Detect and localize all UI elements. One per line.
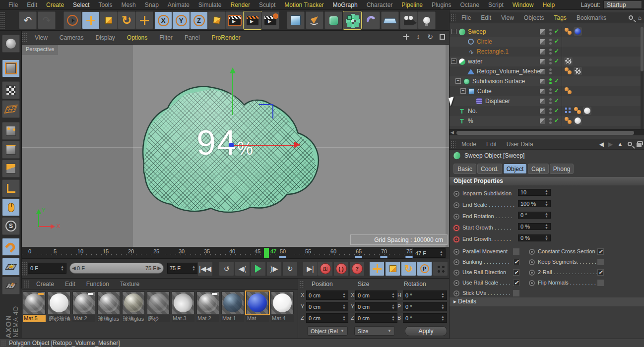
viewport-menu-grip[interactable] [22,33,27,43]
material-glass-b[interactable]: 玻璃glas [122,291,145,322]
current-frame-field[interactable]: 47 F▲▼ [413,248,446,258]
material-thumbnail[interactable] [246,291,269,314]
material-mat3[interactable]: Mat.3 [172,291,194,322]
viewport-pan-icon[interactable] [402,33,410,41]
material-menu-create[interactable]: Create [31,281,60,288]
banking-checkbox[interactable]: ✓ [513,259,519,265]
texture-tag-checker[interactable] [574,67,582,75]
material-thumbnail[interactable] [172,291,194,314]
om-menu-view[interactable]: View [496,14,519,21]
next-frame-button[interactable]: )▶ [266,261,282,276]
goto-end-button[interactable]: ▶| [303,261,318,276]
gizmo-y-axis[interactable] [232,72,233,115]
menu-motion-tracker[interactable]: Motion Tracker [280,1,328,8]
gizmo-y-arrowhead[interactable] [230,67,236,73]
keyframe-dot[interactable] [453,280,459,286]
om-menu-edit[interactable]: Edit [476,14,496,21]
layer-icon[interactable] [540,118,545,124]
tab-coord[interactable]: Coord. [477,164,502,174]
material-thumbnail[interactable] [72,291,95,314]
light-button[interactable] [418,11,436,29]
record-rotation-button[interactable]: ↻ [401,261,416,276]
range-start-field[interactable]: 0 F▲▼ [28,263,66,274]
point-level-animation-button[interactable] [433,261,448,276]
history-forward-icon[interactable]: ▶ [608,141,613,148]
use-rail-direction-checkbox[interactable]: ✓ [513,269,519,276]
end-rotation-field[interactable]: 0 °▲▼ [518,212,551,219]
tree-row-retopo[interactable]: Retopo_Volume_Mesher [450,66,641,76]
position-x-field[interactable]: 0 cm▲▼ [306,290,348,300]
object-manager-vscrollbar[interactable] [641,27,644,129]
perspective-viewport[interactable]: 94% Y X Perspective Grid Spacing : 10000… [22,45,449,247]
enabled-check-icon[interactable]: ✓ [554,28,559,35]
keep-segments-checkbox[interactable] [597,259,604,265]
object-name[interactable]: Circle [477,38,492,45]
material-thumbnail[interactable] [221,291,244,314]
coordinate-mode-dropdown[interactable]: Object (Rel▼ [307,326,348,336]
object-name[interactable]: water [468,58,482,65]
material-frosted[interactable]: 磨砂 [147,291,170,322]
scroll-left-arrow-icon[interactable]: ◀ [451,130,454,135]
previous-frame-button[interactable]: ◀( [235,261,250,276]
enabled-check-icon[interactable]: ✓ [554,77,559,84]
keyframe-dot[interactable] [529,259,535,265]
rotation-p-field[interactable]: 0 °▲▼ [403,302,447,311]
keyframe-dot[interactable] [453,259,459,265]
last-tool-button[interactable] [135,11,153,29]
scale-tool-button[interactable] [100,11,118,29]
object-manager-hscrollbar[interactable]: ◀ [450,129,644,135]
object-name[interactable]: Displacer [485,98,510,105]
texture-tag-white[interactable] [574,116,582,125]
material-mat2-a[interactable]: Mat.2 [72,291,95,322]
material-thumbnail[interactable] [147,291,170,314]
flip-normals-checkbox[interactable] [597,280,604,286]
isoparm-subdivision-field[interactable]: 10▲▼ [518,189,551,196]
render-picture-viewer-button[interactable] [244,11,261,29]
om-search-icon[interactable] [629,15,633,20]
live-selection-button[interactable]: ➤ [64,11,81,29]
tab-phong[interactable]: Phong [550,164,574,174]
tree-row-cube[interactable]: − Cube ✓ [450,86,641,96]
gizmo-x-axis[interactable] [234,145,295,146]
constant-cross-section-checkbox[interactable]: ✓ [597,248,604,255]
visibility-dots[interactable] [549,78,552,84]
material-thumbnail[interactable] [23,291,46,314]
visibility-dots[interactable] [549,49,552,55]
material-mat[interactable]: Mat [246,291,269,322]
material-thumbnail[interactable] [48,291,70,314]
gizmo-origin-handle[interactable] [229,143,234,147]
transport-grip[interactable] [22,261,27,276]
menu-script[interactable]: Script [484,1,508,8]
move-tool-button[interactable] [82,11,100,29]
timeline-ruler[interactable]: 0 5 10 15 20 25 30 35 40 45 50 55 60 65 … [22,247,412,259]
layer-icon[interactable] [540,79,545,84]
material-frosted-glass[interactable]: 磨砂玻璃 [48,291,70,322]
goto-previous-key-button[interactable]: ↺ [219,261,234,276]
om-menu-tags[interactable]: Tags [549,14,572,21]
end-growth-field[interactable]: 0 %▲▼ [518,234,551,241]
enable-axis-button[interactable] [2,179,20,197]
keyframe-dot[interactable] [453,191,459,197]
am-lock-icon[interactable] [637,143,642,147]
camera-button[interactable] [400,11,418,29]
tree-row-circle[interactable]: Circle ✓ [450,37,641,47]
tree-row-rectangle[interactable]: ∿ Rectangle.1 ✓ [450,47,641,57]
tab-caps[interactable]: Caps [528,164,549,174]
menu-pipeline[interactable]: Pipeline [397,1,427,8]
viewport-menu-view[interactable]: View [29,34,54,41]
goto-next-key-button[interactable]: ↻ [282,261,298,276]
tweak-mode-button[interactable] [2,198,20,216]
menu-simulate[interactable]: Simulate [194,1,226,8]
keyframe-marker-50[interactable] [279,256,286,258]
model-mode-button[interactable] [2,59,20,77]
texture-tag-checker[interactable] [564,57,573,65]
play-button[interactable] [251,261,266,276]
material-thumbnail[interactable] [97,291,120,314]
cloner-array-button[interactable] [343,11,361,29]
material-menu-function[interactable]: Function [81,281,115,288]
am-search-icon[interactable] [628,142,632,146]
menu-window[interactable]: Window [508,1,538,8]
layer-icon[interactable] [540,49,545,55]
render-view-button[interactable] [226,11,244,29]
size-mode-dropdown[interactable]: Size▼ [354,326,395,336]
